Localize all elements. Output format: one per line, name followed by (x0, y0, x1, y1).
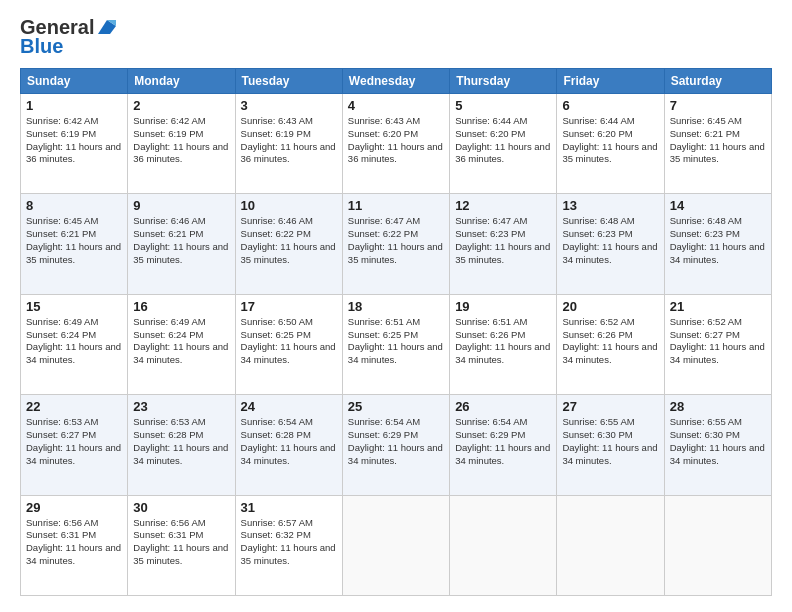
calendar-cell: 6 Sunrise: 6:44 AM Sunset: 6:20 PM Dayli… (557, 94, 664, 194)
day-info: Sunrise: 6:49 AM Sunset: 6:24 PM Dayligh… (133, 316, 229, 367)
sunset-label: Sunset: 6:23 PM (455, 228, 525, 239)
calendar-cell: 2 Sunrise: 6:42 AM Sunset: 6:19 PM Dayli… (128, 94, 235, 194)
sunrise-label: Sunrise: 6:46 AM (133, 215, 205, 226)
sunrise-label: Sunrise: 6:52 AM (670, 316, 742, 327)
daylight-label: Daylight: 11 hours and 34 minutes. (670, 442, 765, 466)
sunset-label: Sunset: 6:21 PM (670, 128, 740, 139)
calendar-header-tuesday: Tuesday (235, 69, 342, 94)
calendar-cell (450, 495, 557, 595)
day-info: Sunrise: 6:53 AM Sunset: 6:28 PM Dayligh… (133, 416, 229, 467)
calendar-cell: 8 Sunrise: 6:45 AM Sunset: 6:21 PM Dayli… (21, 194, 128, 294)
day-number: 26 (455, 399, 551, 414)
calendar-cell (664, 495, 771, 595)
daylight-label: Daylight: 11 hours and 36 minutes. (241, 141, 336, 165)
calendar-cell: 14 Sunrise: 6:48 AM Sunset: 6:23 PM Dayl… (664, 194, 771, 294)
logo-blue: Blue (20, 35, 63, 58)
sunrise-label: Sunrise: 6:56 AM (26, 517, 98, 528)
calendar-cell: 23 Sunrise: 6:53 AM Sunset: 6:28 PM Dayl… (128, 395, 235, 495)
sunset-label: Sunset: 6:22 PM (241, 228, 311, 239)
calendar-cell: 27 Sunrise: 6:55 AM Sunset: 6:30 PM Dayl… (557, 395, 664, 495)
calendar-header-sunday: Sunday (21, 69, 128, 94)
daylight-label: Daylight: 11 hours and 35 minutes. (133, 542, 228, 566)
daylight-label: Daylight: 11 hours and 34 minutes. (562, 341, 657, 365)
day-info: Sunrise: 6:54 AM Sunset: 6:28 PM Dayligh… (241, 416, 337, 467)
sunset-label: Sunset: 6:29 PM (455, 429, 525, 440)
sunrise-label: Sunrise: 6:49 AM (133, 316, 205, 327)
daylight-label: Daylight: 11 hours and 34 minutes. (133, 442, 228, 466)
calendar-cell: 16 Sunrise: 6:49 AM Sunset: 6:24 PM Dayl… (128, 294, 235, 394)
daylight-label: Daylight: 11 hours and 35 minutes. (562, 141, 657, 165)
daylight-label: Daylight: 11 hours and 34 minutes. (670, 241, 765, 265)
day-info: Sunrise: 6:42 AM Sunset: 6:19 PM Dayligh… (26, 115, 122, 166)
calendar-cell: 13 Sunrise: 6:48 AM Sunset: 6:23 PM Dayl… (557, 194, 664, 294)
day-number: 18 (348, 299, 444, 314)
logo: General Blue (20, 16, 118, 58)
calendar-cell: 30 Sunrise: 6:56 AM Sunset: 6:31 PM Dayl… (128, 495, 235, 595)
day-number: 4 (348, 98, 444, 113)
day-number: 23 (133, 399, 229, 414)
day-number: 20 (562, 299, 658, 314)
sunset-label: Sunset: 6:21 PM (26, 228, 96, 239)
sunset-label: Sunset: 6:30 PM (562, 429, 632, 440)
calendar-cell: 3 Sunrise: 6:43 AM Sunset: 6:19 PM Dayli… (235, 94, 342, 194)
sunset-label: Sunset: 6:20 PM (348, 128, 418, 139)
sunrise-label: Sunrise: 6:43 AM (348, 115, 420, 126)
calendar-cell: 1 Sunrise: 6:42 AM Sunset: 6:19 PM Dayli… (21, 94, 128, 194)
daylight-label: Daylight: 11 hours and 36 minutes. (26, 141, 121, 165)
daylight-label: Daylight: 11 hours and 34 minutes. (562, 442, 657, 466)
sunrise-label: Sunrise: 6:42 AM (133, 115, 205, 126)
sunset-label: Sunset: 6:25 PM (241, 329, 311, 340)
sunrise-label: Sunrise: 6:44 AM (562, 115, 634, 126)
day-info: Sunrise: 6:54 AM Sunset: 6:29 PM Dayligh… (348, 416, 444, 467)
sunset-label: Sunset: 6:27 PM (670, 329, 740, 340)
day-number: 8 (26, 198, 122, 213)
sunrise-label: Sunrise: 6:56 AM (133, 517, 205, 528)
sunset-label: Sunset: 6:20 PM (562, 128, 632, 139)
day-info: Sunrise: 6:45 AM Sunset: 6:21 PM Dayligh… (26, 215, 122, 266)
day-number: 27 (562, 399, 658, 414)
calendar-cell: 15 Sunrise: 6:49 AM Sunset: 6:24 PM Dayl… (21, 294, 128, 394)
calendar-week-row: 29 Sunrise: 6:56 AM Sunset: 6:31 PM Dayl… (21, 495, 772, 595)
sunset-label: Sunset: 6:23 PM (562, 228, 632, 239)
sunrise-label: Sunrise: 6:46 AM (241, 215, 313, 226)
calendar-cell: 28 Sunrise: 6:55 AM Sunset: 6:30 PM Dayl… (664, 395, 771, 495)
sunrise-label: Sunrise: 6:54 AM (348, 416, 420, 427)
day-info: Sunrise: 6:55 AM Sunset: 6:30 PM Dayligh… (562, 416, 658, 467)
day-number: 21 (670, 299, 766, 314)
sunset-label: Sunset: 6:24 PM (133, 329, 203, 340)
sunset-label: Sunset: 6:28 PM (241, 429, 311, 440)
calendar-cell: 12 Sunrise: 6:47 AM Sunset: 6:23 PM Dayl… (450, 194, 557, 294)
day-info: Sunrise: 6:54 AM Sunset: 6:29 PM Dayligh… (455, 416, 551, 467)
calendar-week-row: 22 Sunrise: 6:53 AM Sunset: 6:27 PM Dayl… (21, 395, 772, 495)
day-info: Sunrise: 6:43 AM Sunset: 6:19 PM Dayligh… (241, 115, 337, 166)
sunset-label: Sunset: 6:30 PM (670, 429, 740, 440)
day-info: Sunrise: 6:45 AM Sunset: 6:21 PM Dayligh… (670, 115, 766, 166)
daylight-label: Daylight: 11 hours and 34 minutes. (26, 542, 121, 566)
logo-icon (96, 18, 118, 36)
daylight-label: Daylight: 11 hours and 34 minutes. (133, 341, 228, 365)
sunrise-label: Sunrise: 6:44 AM (455, 115, 527, 126)
daylight-label: Daylight: 11 hours and 34 minutes. (670, 341, 765, 365)
sunset-label: Sunset: 6:28 PM (133, 429, 203, 440)
daylight-label: Daylight: 11 hours and 34 minutes. (348, 442, 443, 466)
day-number: 10 (241, 198, 337, 213)
daylight-label: Daylight: 11 hours and 34 minutes. (348, 341, 443, 365)
sunset-label: Sunset: 6:31 PM (133, 529, 203, 540)
day-info: Sunrise: 6:52 AM Sunset: 6:27 PM Dayligh… (670, 316, 766, 367)
day-info: Sunrise: 6:55 AM Sunset: 6:30 PM Dayligh… (670, 416, 766, 467)
day-info: Sunrise: 6:51 AM Sunset: 6:26 PM Dayligh… (455, 316, 551, 367)
sunset-label: Sunset: 6:25 PM (348, 329, 418, 340)
day-number: 6 (562, 98, 658, 113)
sunrise-label: Sunrise: 6:42 AM (26, 115, 98, 126)
day-info: Sunrise: 6:42 AM Sunset: 6:19 PM Dayligh… (133, 115, 229, 166)
sunset-label: Sunset: 6:26 PM (455, 329, 525, 340)
calendar-header-friday: Friday (557, 69, 664, 94)
calendar-header-saturday: Saturday (664, 69, 771, 94)
day-number: 1 (26, 98, 122, 113)
calendar-cell: 24 Sunrise: 6:54 AM Sunset: 6:28 PM Dayl… (235, 395, 342, 495)
day-info: Sunrise: 6:56 AM Sunset: 6:31 PM Dayligh… (26, 517, 122, 568)
sunset-label: Sunset: 6:22 PM (348, 228, 418, 239)
daylight-label: Daylight: 11 hours and 34 minutes. (562, 241, 657, 265)
sunrise-label: Sunrise: 6:51 AM (348, 316, 420, 327)
sunset-label: Sunset: 6:19 PM (133, 128, 203, 139)
